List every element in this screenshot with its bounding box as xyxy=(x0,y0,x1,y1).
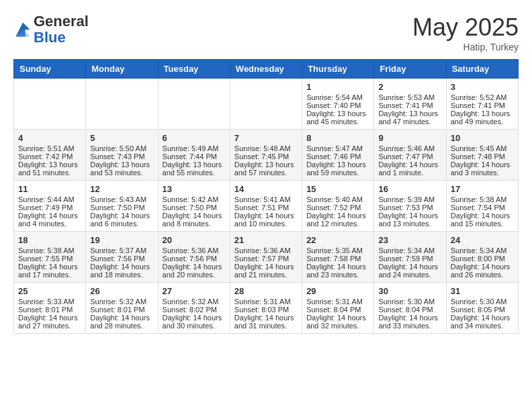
day-number: 24 xyxy=(451,235,514,245)
day-number: 30 xyxy=(378,286,441,296)
daylight-hours: Daylight: 14 hours and 17 minutes. xyxy=(18,263,78,279)
daylight-hours: Daylight: 14 hours and 27 minutes. xyxy=(18,314,78,330)
title-block: May 2025 Hatip, Turkey xyxy=(412,13,519,52)
sunset-time: Sunset: 8:04 PM xyxy=(378,306,433,314)
logo-general-text: General xyxy=(34,13,89,30)
sunset-time: Sunset: 7:47 PM xyxy=(378,152,433,161)
calendar-week-row: 4Sunrise: 5:51 AMSunset: 7:42 PMDaylight… xyxy=(14,130,519,181)
daylight-hours: Daylight: 13 hours and 49 minutes. xyxy=(451,109,511,126)
calendar-day-cell: 25Sunrise: 5:33 AMSunset: 8:01 PMDayligh… xyxy=(14,283,86,334)
day-number: 4 xyxy=(18,133,81,143)
sunset-time: Sunset: 7:49 PM xyxy=(18,203,73,212)
sunset-time: Sunset: 7:40 PM xyxy=(306,101,361,109)
weekday-header-wednesday: Wednesday xyxy=(230,60,302,79)
calendar-day-cell: 29Sunrise: 5:31 AMSunset: 8:04 PMDayligh… xyxy=(302,283,374,334)
sunset-time: Sunset: 8:04 PM xyxy=(306,306,361,314)
sunrise-time: Sunrise: 5:45 AM xyxy=(451,144,507,152)
calendar-day-cell: 22Sunrise: 5:35 AMSunset: 7:58 PMDayligh… xyxy=(302,232,374,283)
day-number: 23 xyxy=(378,235,441,245)
sunrise-time: Sunrise: 5:46 AM xyxy=(378,144,435,152)
calendar-day-cell: 12Sunrise: 5:43 AMSunset: 7:50 PMDayligh… xyxy=(86,181,158,232)
daylight-hours: Daylight: 14 hours and 28 minutes. xyxy=(90,314,150,330)
calendar-day-cell: 19Sunrise: 5:37 AMSunset: 7:56 PMDayligh… xyxy=(86,232,158,283)
day-number: 10 xyxy=(451,133,514,143)
daylight-hours: Daylight: 14 hours and 21 minutes. xyxy=(234,263,294,279)
weekday-header-saturday: Saturday xyxy=(446,60,518,79)
calendar-day-cell: 27Sunrise: 5:32 AMSunset: 8:02 PMDayligh… xyxy=(158,283,230,334)
day-number: 15 xyxy=(306,184,369,194)
calendar-day-cell: 2Sunrise: 5:53 AMSunset: 7:41 PMDaylight… xyxy=(374,79,446,130)
daylight-hours: Daylight: 13 hours and 59 minutes. xyxy=(306,161,366,177)
calendar-day-cell: 20Sunrise: 5:36 AMSunset: 7:56 PMDayligh… xyxy=(158,232,230,283)
sunrise-time: Sunrise: 5:48 AM xyxy=(234,144,291,152)
sunrise-time: Sunrise: 5:33 AM xyxy=(18,298,75,306)
calendar-week-row: 1Sunrise: 5:54 AMSunset: 7:40 PMDaylight… xyxy=(14,79,519,130)
sunset-time: Sunset: 7:41 PM xyxy=(451,101,505,109)
calendar-day-cell: 18Sunrise: 5:38 AMSunset: 7:55 PMDayligh… xyxy=(14,232,86,283)
calendar-day-cell: 30Sunrise: 5:30 AMSunset: 8:04 PMDayligh… xyxy=(374,283,446,334)
day-number: 19 xyxy=(90,235,153,245)
sunrise-time: Sunrise: 5:53 AM xyxy=(378,93,435,101)
calendar-day-cell: 7Sunrise: 5:48 AMSunset: 7:45 PMDaylight… xyxy=(230,130,302,181)
calendar-day-cell xyxy=(230,79,302,130)
sunrise-time: Sunrise: 5:30 AM xyxy=(378,298,435,306)
sunrise-time: Sunrise: 5:50 AM xyxy=(90,144,146,152)
daylight-hours: Daylight: 14 hours and 18 minutes. xyxy=(90,263,150,279)
calendar-week-row: 11Sunrise: 5:44 AMSunset: 7:49 PMDayligh… xyxy=(14,181,519,232)
calendar-day-cell xyxy=(158,79,230,130)
day-number: 27 xyxy=(163,286,226,296)
logo: General Blue xyxy=(13,13,89,46)
sunset-time: Sunset: 7:57 PM xyxy=(234,255,289,263)
calendar-day-cell: 3Sunrise: 5:52 AMSunset: 7:41 PMDaylight… xyxy=(446,79,518,130)
calendar-day-cell: 15Sunrise: 5:40 AMSunset: 7:52 PMDayligh… xyxy=(302,181,374,232)
day-number: 8 xyxy=(306,133,369,143)
sunset-time: Sunset: 7:58 PM xyxy=(306,255,361,263)
day-number: 3 xyxy=(451,82,514,92)
calendar-day-cell: 6Sunrise: 5:49 AMSunset: 7:44 PMDaylight… xyxy=(158,130,230,181)
sunrise-time: Sunrise: 5:37 AM xyxy=(90,246,146,255)
sunrise-time: Sunrise: 5:36 AM xyxy=(234,246,291,255)
calendar-week-row: 25Sunrise: 5:33 AMSunset: 8:01 PMDayligh… xyxy=(14,283,519,334)
daylight-hours: Daylight: 13 hours and 55 minutes. xyxy=(163,161,222,177)
daylight-hours: Daylight: 14 hours and 23 minutes. xyxy=(306,263,366,279)
daylight-hours: Daylight: 14 hours and 33 minutes. xyxy=(378,314,438,330)
sunrise-time: Sunrise: 5:52 AM xyxy=(451,93,507,101)
sunset-time: Sunset: 7:55 PM xyxy=(18,255,73,263)
sunset-time: Sunset: 8:00 PM xyxy=(451,255,505,263)
daylight-hours: Daylight: 14 hours and 15 minutes. xyxy=(451,212,511,228)
daylight-hours: Daylight: 14 hours and 3 minutes. xyxy=(451,161,511,177)
sunset-time: Sunset: 8:01 PM xyxy=(18,306,73,314)
daylight-hours: Daylight: 13 hours and 45 minutes. xyxy=(306,109,366,126)
sunrise-time: Sunrise: 5:30 AM xyxy=(451,298,507,306)
daylight-hours: Daylight: 14 hours and 24 minutes. xyxy=(378,263,438,279)
sunset-time: Sunset: 7:50 PM xyxy=(163,203,217,212)
sunrise-time: Sunrise: 5:38 AM xyxy=(18,246,75,255)
sunrise-time: Sunrise: 5:32 AM xyxy=(90,298,146,306)
sunrise-time: Sunrise: 5:38 AM xyxy=(451,195,507,203)
logo-blue-text: Blue xyxy=(34,29,66,46)
day-number: 17 xyxy=(451,184,514,194)
sunrise-time: Sunrise: 5:32 AM xyxy=(163,298,219,306)
day-number: 28 xyxy=(234,286,298,296)
calendar-day-cell xyxy=(14,79,86,130)
day-number: 14 xyxy=(234,184,298,194)
sunrise-time: Sunrise: 5:54 AM xyxy=(306,93,363,101)
daylight-hours: Daylight: 14 hours and 34 minutes. xyxy=(451,314,511,330)
calendar-week-row: 18Sunrise: 5:38 AMSunset: 7:55 PMDayligh… xyxy=(14,232,519,283)
calendar-day-cell: 31Sunrise: 5:30 AMSunset: 8:05 PMDayligh… xyxy=(446,283,518,334)
sunrise-time: Sunrise: 5:40 AM xyxy=(306,195,363,203)
day-number: 2 xyxy=(378,82,441,92)
weekday-header-row: SundayMondayTuesdayWednesdayThursdayFrid… xyxy=(14,60,519,79)
day-number: 25 xyxy=(18,286,81,296)
day-number: 26 xyxy=(90,286,153,296)
daylight-hours: Daylight: 13 hours and 51 minutes. xyxy=(18,161,78,177)
daylight-hours: Daylight: 14 hours and 30 minutes. xyxy=(163,314,222,330)
sunset-time: Sunset: 7:41 PM xyxy=(378,101,433,109)
sunset-time: Sunset: 7:56 PM xyxy=(163,255,217,263)
weekday-header-sunday: Sunday xyxy=(14,60,86,79)
day-number: 7 xyxy=(234,133,298,143)
day-number: 20 xyxy=(163,235,226,245)
daylight-hours: Daylight: 14 hours and 32 minutes. xyxy=(306,314,366,330)
calendar-day-cell xyxy=(86,79,158,130)
daylight-hours: Daylight: 14 hours and 31 minutes. xyxy=(234,314,294,330)
